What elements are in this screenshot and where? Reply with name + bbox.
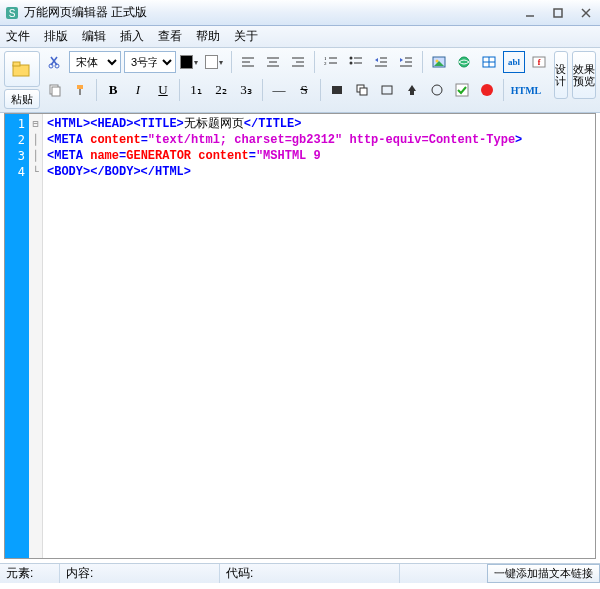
- svg-point-40: [459, 57, 469, 67]
- design-button[interactable]: 设计: [554, 51, 568, 99]
- window-title: 万能网页编辑器 正式版: [24, 4, 147, 21]
- align-right-button[interactable]: [287, 51, 309, 73]
- h3-button[interactable]: 3₃: [235, 79, 257, 101]
- brush-button[interactable]: [69, 79, 91, 101]
- svg-rect-57: [456, 84, 468, 96]
- svg-rect-50: [332, 86, 342, 94]
- svg-rect-6: [13, 65, 29, 76]
- align-left-button[interactable]: [237, 51, 259, 73]
- hr-button[interactable]: —: [268, 79, 290, 101]
- menu-help[interactable]: 帮助: [196, 28, 220, 45]
- font-family-select[interactable]: 宋体: [69, 51, 121, 73]
- svg-point-56: [432, 85, 442, 95]
- h1-button[interactable]: 1₁: [185, 79, 207, 101]
- shape-circle-button[interactable]: [426, 79, 448, 101]
- menu-layout[interactable]: 排版: [44, 28, 68, 45]
- shape-rect-button[interactable]: [376, 79, 398, 101]
- check-button[interactable]: [451, 79, 473, 101]
- minimize-button[interactable]: [520, 5, 540, 21]
- menubar: 文件 排版 编辑 插入 查看 帮助 关于: [0, 26, 600, 48]
- strike-button[interactable]: S: [293, 79, 315, 101]
- menu-edit[interactable]: 编辑: [82, 28, 106, 45]
- svg-rect-3: [554, 9, 562, 17]
- svg-rect-48: [77, 85, 83, 89]
- shape-layers-button[interactable]: [351, 79, 373, 101]
- text-color-button[interactable]: ▾: [179, 51, 201, 73]
- record-button[interactable]: [476, 79, 498, 101]
- line-gutter: 1234: [5, 114, 29, 558]
- code-content[interactable]: <HTML><HEAD><TITLE>无标题网页</TITLE> <META c…: [43, 114, 595, 558]
- font-size-select[interactable]: 3号字: [124, 51, 176, 73]
- svg-text:S: S: [9, 8, 16, 19]
- code-editor[interactable]: 1234 ⊟││└ <HTML><HEAD><TITLE>无标题网页</TITL…: [4, 113, 596, 559]
- cut-button[interactable]: [44, 51, 66, 73]
- link-button[interactable]: [453, 51, 475, 73]
- list-ol-button[interactable]: 12: [320, 51, 342, 73]
- svg-rect-47: [52, 87, 60, 96]
- italic-button[interactable]: I: [127, 79, 149, 101]
- svg-point-26: [350, 62, 353, 65]
- shape-rect-fill-button[interactable]: [326, 79, 348, 101]
- html-button[interactable]: HTML: [509, 79, 543, 101]
- svg-marker-29: [375, 58, 378, 62]
- fold-gutter[interactable]: ⊟││└: [29, 114, 43, 558]
- menu-file[interactable]: 文件: [6, 28, 30, 45]
- flash-button[interactable]: f: [528, 51, 550, 73]
- indent-button[interactable]: [395, 51, 417, 73]
- svg-point-58: [481, 84, 493, 96]
- status-content: 内容:: [60, 564, 220, 583]
- maximize-button[interactable]: [548, 5, 568, 21]
- h2-button[interactable]: 2₂: [210, 79, 232, 101]
- add-anchor-link-button[interactable]: 一键添加描文本链接: [487, 564, 600, 583]
- bg-color-button[interactable]: ▾: [204, 51, 226, 73]
- preview-button[interactable]: 效果 预览: [572, 51, 596, 99]
- svg-rect-49: [79, 89, 81, 95]
- paste-button[interactable]: 粘贴: [4, 89, 40, 109]
- app-icon: S: [4, 5, 20, 21]
- svg-rect-53: [382, 86, 392, 94]
- close-button[interactable]: [576, 5, 596, 21]
- image-button[interactable]: [428, 51, 450, 73]
- bold-button[interactable]: B: [102, 79, 124, 101]
- svg-text:2: 2: [324, 61, 327, 66]
- align-center-button[interactable]: [262, 51, 284, 73]
- svg-marker-54: [408, 85, 416, 91]
- list-ul-button[interactable]: [345, 51, 367, 73]
- menu-about[interactable]: 关于: [234, 28, 258, 45]
- status-element: 元素:: [0, 564, 60, 583]
- copy-button[interactable]: [44, 79, 66, 101]
- text-box-button[interactable]: abl: [503, 51, 525, 73]
- open-button[interactable]: [4, 51, 40, 87]
- outdent-button[interactable]: [370, 51, 392, 73]
- menu-view[interactable]: 查看: [158, 28, 182, 45]
- svg-text:f: f: [538, 58, 541, 67]
- svg-rect-52: [360, 88, 367, 95]
- svg-rect-55: [410, 91, 414, 95]
- table-button[interactable]: [478, 51, 500, 73]
- arrow-up-button[interactable]: [401, 79, 423, 101]
- menu-insert[interactable]: 插入: [120, 28, 144, 45]
- svg-rect-7: [13, 62, 20, 66]
- status-code: 代码:: [220, 564, 400, 583]
- svg-marker-33: [400, 58, 403, 62]
- underline-button[interactable]: U: [152, 79, 174, 101]
- svg-point-25: [350, 57, 353, 60]
